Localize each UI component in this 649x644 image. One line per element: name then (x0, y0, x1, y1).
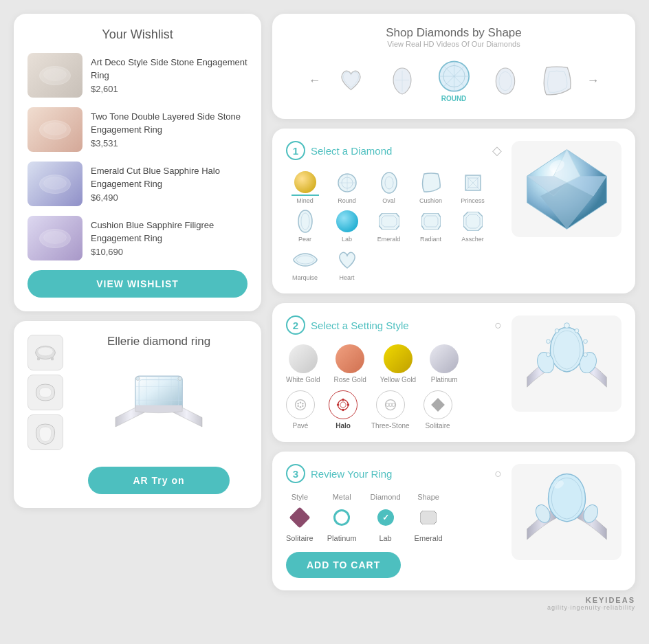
diamond-oval[interactable]: Oval (370, 170, 408, 204)
wishlist-item-image (28, 162, 82, 206)
diamond-options-grid: Mined Round (286, 170, 502, 281)
diamond-cushion[interactable]: Cushion (412, 170, 450, 204)
wishlist-items: Art Deco Style Side Stone Engagement Rin… (28, 53, 248, 260)
step1-title: Select a Diamond (311, 145, 392, 157)
wishlist-item: Art Deco Style Side Stone Engagement Rin… (28, 53, 248, 98)
shape-value: Emerald (415, 534, 443, 542)
wishlist-item-info: Cushion Blue Sapphire Filigree Engagemen… (91, 219, 248, 256)
ring-preview-card: Ellerie diamond ring (14, 321, 261, 508)
svg-rect-10 (37, 357, 40, 360)
platinum-label: Platinum (431, 376, 458, 384)
style-halo[interactable]: Halo (329, 390, 358, 430)
review-style: Style Solitaire (286, 493, 314, 542)
solitaire-label: Solitaire (426, 422, 450, 430)
white-gold-label: White Gold (286, 376, 320, 384)
ring-preview-title: Ellerie diamond ring (107, 335, 210, 348)
wishlist-item-image (28, 216, 82, 260)
platinum-swatch (430, 344, 459, 373)
radiant-icon (417, 208, 445, 234)
svg-point-56 (342, 409, 344, 411)
diamond-value: Lab (379, 534, 391, 542)
footer-brand: KEYIDEAS agility·ingenuity·reliability (14, 596, 635, 611)
diamond-icon: ◇ (492, 143, 502, 158)
shop-by-shape-card: Shop Diamonds by Shape View Real HD Vide… (272, 14, 635, 119)
svg-point-65 (564, 322, 569, 328)
svg-point-37 (382, 173, 397, 193)
three-stone-label: Three-Stone (371, 422, 410, 430)
cushion-label: Cushion (419, 197, 442, 204)
svg-point-7 (44, 231, 67, 243)
style-pave[interactable]: Pavé (286, 390, 315, 430)
wishlist-card: Your Wishlist Art Deco Style Side Stone … (14, 14, 261, 311)
metal-rose-gold[interactable]: Rose Gold (333, 344, 366, 384)
shape-heart[interactable] (325, 60, 377, 102)
add-to-cart-button[interactable]: ADD TO CART (286, 552, 401, 578)
ring-thumb-2[interactable] (28, 375, 63, 410)
svg-point-57 (337, 403, 339, 406)
pear-icon (292, 208, 319, 234)
yellow-gold-swatch (384, 344, 412, 373)
ar-try-on-button[interactable]: AR Try on (88, 467, 230, 494)
step2-card: 2 Select a Setting Style ○ White Gold Ro… (272, 303, 635, 442)
step2-header: 2 Select a Setting Style ○ (286, 315, 502, 335)
review-details: Style Solitaire Metal Platinum (286, 493, 502, 542)
svg-point-70 (546, 339, 550, 343)
diamond-round[interactable]: Round (328, 170, 366, 204)
step3-number: 3 (286, 464, 305, 483)
wishlist-item-name: Cushion Blue Sapphire Filigree Engagemen… (91, 219, 248, 244)
svg-point-53 (338, 400, 349, 410)
wishlist-item: Cushion Blue Sapphire Filigree Engagemen… (28, 216, 248, 260)
round-shape-icon (435, 59, 473, 93)
shape-pear[interactable] (377, 60, 428, 102)
diamond-heart[interactable]: Heart (328, 247, 366, 281)
shape-next-button[interactable]: → (583, 74, 604, 88)
svg-point-46 (296, 400, 306, 410)
view-wishlist-button[interactable]: VIEW WISHLIST (28, 270, 248, 298)
step1-diamond-image (512, 141, 622, 237)
ring-thumb-3[interactable] (28, 414, 63, 450)
diamond-princess[interactable]: Princess (454, 170, 492, 204)
diamond-col-icon: ✓ (373, 505, 398, 530)
diamond-mined[interactable]: Mined (286, 170, 324, 204)
white-gold-swatch (289, 344, 318, 373)
wishlist-item-image (28, 53, 82, 98)
svg-point-59 (385, 400, 395, 410)
diamond-lab[interactable]: Lab (328, 208, 366, 243)
style-three-stone[interactable]: Three-Stone (371, 390, 410, 430)
diamond-marquise[interactable]: Marquise (286, 247, 324, 281)
emerald-label: Emerald (377, 236, 401, 243)
step3-header: 3 Review Your Ring ○ (286, 464, 502, 483)
ring-icon: ○ (494, 318, 502, 333)
diamond-radiant[interactable]: Radiant (412, 208, 450, 243)
oval-shape-icon (487, 64, 525, 98)
shape-cushion[interactable] (531, 60, 583, 102)
style-solitaire[interactable]: Solitaire (424, 390, 452, 430)
step3-card: 3 Review Your Ring ○ Style Solitaire (272, 452, 635, 590)
review-diamond: Diamond ✓ Lab (371, 493, 401, 542)
wishlist-item-name: Two Tone Double Layered Side Stone Engag… (91, 111, 248, 135)
metal-col-label: Metal (333, 493, 351, 501)
rose-gold-label: Rose Gold (333, 376, 366, 384)
shape-round[interactable]: ROUND (428, 55, 480, 107)
wishlist-item-price: $2,601 (91, 84, 248, 94)
ring-thumb-1[interactable] (28, 335, 63, 370)
wishlist-item-name: Emerald Cut Blue Sapphire Halo Engagemen… (91, 165, 248, 190)
svg-point-48 (300, 401, 302, 403)
metal-white-gold[interactable]: White Gold (286, 344, 320, 384)
shape-prev-button[interactable]: ← (305, 74, 325, 88)
metal-yellow-gold[interactable]: Yellow Gold (380, 344, 416, 384)
oval-icon (375, 170, 403, 196)
svg-point-66 (575, 329, 579, 333)
diamond-pear[interactable]: Pear (286, 208, 324, 243)
svg-point-52 (302, 405, 304, 407)
review-metal: Metal Platinum (327, 493, 357, 542)
diamond-emerald[interactable]: Emerald (370, 208, 408, 243)
shape-oval[interactable] (480, 60, 531, 102)
wishlist-item-image (28, 107, 82, 152)
svg-point-67 (583, 339, 587, 343)
heart-label: Heart (339, 274, 354, 281)
yellow-gold-label: Yellow Gold (380, 376, 416, 384)
diamond-asscher[interactable]: Asscher (454, 208, 492, 243)
metal-platinum[interactable]: Platinum (430, 344, 459, 384)
wishlist-item: Two Tone Double Layered Side Stone Engag… (28, 107, 248, 152)
